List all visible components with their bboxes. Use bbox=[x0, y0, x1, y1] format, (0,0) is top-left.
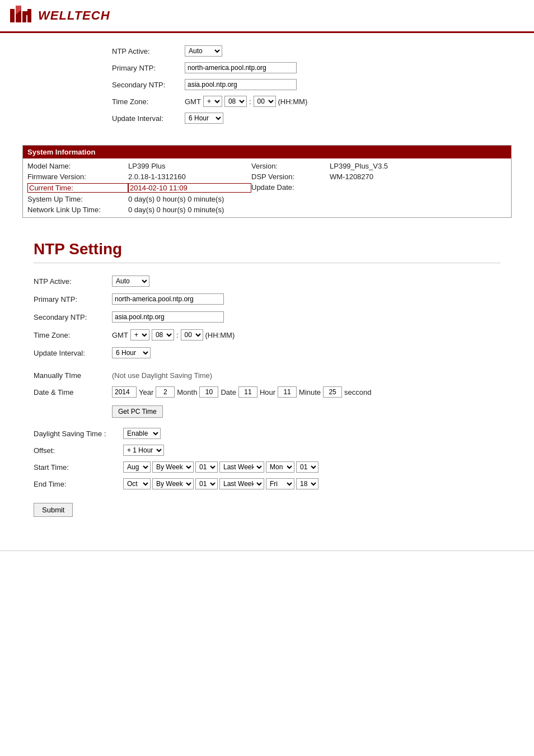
year-input[interactable] bbox=[112, 386, 137, 398]
firmware-value: 2.0.18-1-1312160 bbox=[128, 172, 251, 181]
network-up-label: Network Link Up Time: bbox=[27, 206, 128, 214]
offset-row: Offset: + 1 Hour- 1 Hour bbox=[34, 444, 500, 457]
top-ntp-active-row: NTP Active: Auto Manual Disable bbox=[112, 44, 512, 58]
gmt-label: GMT bbox=[112, 331, 128, 339]
start-time-row: Start Time: AugJanFebMarAprMayJunJulSepO… bbox=[34, 460, 500, 474]
page-title: NTP Setting bbox=[34, 240, 500, 258]
svg-rect-5 bbox=[22, 11, 31, 15]
end-week-num-select[interactable]: 0102030405 bbox=[195, 478, 218, 489]
top-update-interval-select[interactable]: 6 Hour1 Hour12 Hour24 Hour bbox=[185, 113, 223, 124]
svg-rect-0 bbox=[10, 9, 15, 22]
ntp-active-row: NTP Active: AutoManualDisable bbox=[34, 274, 500, 288]
daylight-section: Daylight Saving Time : EnableDisable Off… bbox=[34, 427, 500, 491]
version-label: Version: bbox=[251, 162, 330, 170]
ntp-active-select[interactable]: AutoManualDisable bbox=[112, 276, 149, 287]
daylight-label: Daylight Saving Time : bbox=[34, 430, 123, 438]
gmt-format: (HH:MM) bbox=[205, 331, 235, 339]
logo-icon bbox=[9, 4, 36, 27]
minute-input[interactable] bbox=[278, 386, 297, 398]
logo: WELLTECH bbox=[9, 4, 110, 27]
top-gmt-label: GMT bbox=[185, 97, 201, 106]
year-label: Year bbox=[139, 388, 153, 396]
date-time-value: Year Month Date Hour Minute seccond bbox=[112, 386, 372, 398]
top-gmt-sign-select[interactable]: +- bbox=[203, 96, 222, 107]
date-input[interactable] bbox=[199, 386, 218, 398]
manually-time-row: Manually TIme (Not use Daylight Saving T… bbox=[34, 368, 500, 382]
update-date-label: Update Date: bbox=[251, 183, 330, 193]
manually-time-note: (Not use Daylight Saving Time) bbox=[112, 371, 212, 380]
network-up-value: 0 day(s) 0 hour(s) 0 minute(s) bbox=[128, 206, 507, 214]
update-date-value bbox=[330, 183, 507, 193]
header: WELLTECH bbox=[0, 0, 534, 33]
end-by-select[interactable]: By WeekBy Date bbox=[152, 478, 194, 489]
end-month-select[interactable]: OctJanFebMarAprMayJunJulAugSepNovDec bbox=[123, 478, 151, 489]
date-label: Date bbox=[221, 388, 236, 396]
offset-label: Offset: bbox=[34, 446, 123, 455]
top-gmt-min-select[interactable]: 0030 bbox=[254, 96, 276, 107]
top-timezone-label: Time Zone: bbox=[112, 97, 185, 106]
top-timezone-value: GMT +- 08000102 : 0030 (HH:MM) bbox=[185, 96, 307, 107]
gmt-hour-select[interactable]: 080001 bbox=[152, 329, 174, 340]
ntp-active-label: NTP Active: bbox=[34, 277, 112, 286]
top-secondary-ntp-row: Secondary NTP: bbox=[112, 78, 512, 91]
end-hour-select[interactable]: 18010203 bbox=[296, 478, 318, 489]
gmt-colon: : bbox=[176, 331, 179, 339]
top-primary-ntp-row: Primary NTP: bbox=[112, 61, 512, 74]
update-interval-select[interactable]: 6 Hour1 Hour12 Hour24 Hour bbox=[112, 347, 151, 358]
month-input[interactable] bbox=[156, 386, 175, 398]
hour-input[interactable] bbox=[238, 386, 257, 398]
manually-time-section: Manually TIme (Not use Daylight Saving T… bbox=[34, 368, 500, 418]
top-timezone-row: Time Zone: GMT +- 08000102 : 0030 (HH:MM… bbox=[112, 95, 512, 108]
start-time-value: AugJanFebMarAprMayJunJulSepOctNovDec By … bbox=[123, 461, 318, 473]
section-divider bbox=[34, 263, 500, 263]
top-primary-ntp-input[interactable] bbox=[185, 62, 297, 73]
offset-select[interactable]: + 1 Hour- 1 Hour bbox=[123, 445, 164, 456]
top-secondary-ntp-input[interactable] bbox=[185, 79, 297, 90]
submit-button[interactable]: Submit bbox=[34, 503, 73, 517]
second-input[interactable] bbox=[323, 386, 342, 398]
start-time-label: Start Time: bbox=[34, 463, 123, 472]
end-time-label: End Time: bbox=[34, 480, 123, 488]
gmt-min-select[interactable]: 0030 bbox=[181, 329, 203, 340]
top-gmt-hour-select[interactable]: 08000102 bbox=[224, 96, 247, 107]
hour-label: Hour bbox=[260, 388, 275, 396]
start-by-select[interactable]: By WeekBy Date bbox=[152, 461, 194, 473]
dsp-value: WM-1208270 bbox=[330, 172, 507, 181]
month-label: Month bbox=[177, 388, 197, 396]
top-gmt-format: (HH:MM) bbox=[278, 97, 308, 106]
primary-ntp-input[interactable] bbox=[112, 293, 224, 305]
daylight-row: Daylight Saving Time : EnableDisable bbox=[34, 427, 500, 440]
system-up-value: 0 day(s) 0 hour(s) 0 minute(s) bbox=[128, 195, 507, 203]
start-week-period-select[interactable]: Last Week1st Week2nd Week bbox=[219, 461, 264, 473]
model-name-value: LP399 Plus bbox=[128, 162, 251, 170]
end-day-select[interactable]: FriMonTueWedThuSatSun bbox=[266, 478, 294, 489]
top-ntp-active-value: Auto Manual Disable bbox=[185, 45, 222, 57]
primary-ntp-row: Primary NTP: bbox=[34, 292, 500, 306]
update-interval-label: Update Interval: bbox=[34, 349, 112, 357]
end-time-row: End Time: OctJanFebMarAprMayJunJulAugSep… bbox=[34, 477, 500, 491]
start-day-select[interactable]: MonTueWedThuFriSatSun bbox=[266, 461, 294, 473]
model-name-label: Model Name: bbox=[27, 162, 128, 170]
footer-line bbox=[0, 550, 534, 551]
end-time-value: OctJanFebMarAprMayJunJulAugSepNovDec By … bbox=[123, 478, 318, 489]
start-month-select[interactable]: AugJanFebMarAprMayJunJulSepOctNovDec bbox=[123, 461, 151, 473]
top-ntp-section: NTP Active: Auto Manual Disable Primary … bbox=[0, 33, 534, 134]
timezone-value: GMT +- 080001 : 0030 (HH:MM) bbox=[112, 329, 235, 340]
top-ntp-active-select[interactable]: Auto Manual Disable bbox=[185, 45, 222, 57]
end-week-period-select[interactable]: Last Week1st Week2nd Week bbox=[219, 478, 264, 489]
secondary-ntp-row: Secondary NTP: bbox=[34, 310, 500, 324]
secondary-ntp-label: Secondary NTP: bbox=[34, 313, 112, 321]
date-time-label: Date & Time bbox=[34, 388, 112, 396]
gmt-sign-select[interactable]: +- bbox=[130, 329, 149, 340]
version-value: LP399_Plus_V3.5 bbox=[330, 162, 507, 170]
logo-text: WELLTECH bbox=[38, 8, 110, 23]
current-time-value: 2014-02-10 11:09 bbox=[128, 183, 251, 193]
top-primary-ntp-label: Primary NTP: bbox=[112, 64, 185, 72]
start-hour-select[interactable]: 01020304 bbox=[296, 461, 318, 473]
top-update-interval-label: Update Interval: bbox=[112, 114, 185, 123]
svg-rect-4 bbox=[27, 9, 31, 22]
get-pc-time-button[interactable]: Get PC Time bbox=[112, 405, 163, 418]
daylight-select[interactable]: EnableDisable bbox=[123, 428, 161, 439]
start-week-num-select[interactable]: 0102030405 bbox=[195, 461, 218, 473]
secondary-ntp-input[interactable] bbox=[112, 311, 224, 323]
